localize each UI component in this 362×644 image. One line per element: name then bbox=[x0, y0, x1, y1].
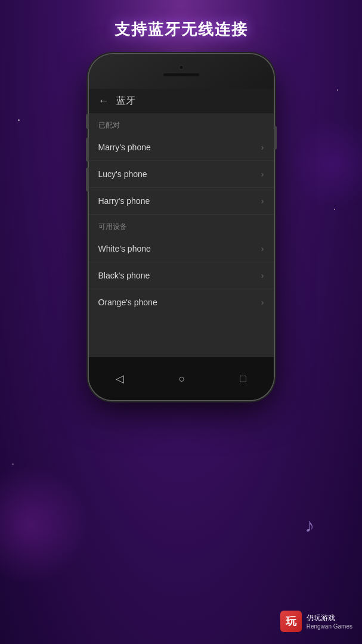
phone-screen: ← 蓝牙 已配对 Marry's phone › Lucy's phone › … bbox=[89, 89, 274, 357]
music-note-decoration: ♪ bbox=[305, 515, 314, 537]
bluetooth-device-lucy[interactable]: Lucy's phone › bbox=[89, 161, 274, 188]
watermark-en-text: Rengwan Games bbox=[307, 623, 352, 630]
nav-home-button[interactable]: ○ bbox=[179, 373, 185, 385]
phone-mockup: ← 蓝牙 已配对 Marry's phone › Lucy's phone › … bbox=[89, 54, 274, 400]
device-name-black: Black's phone bbox=[98, 271, 150, 280]
page-title: 支持蓝牙无线连接 bbox=[115, 19, 248, 40]
sparkle-decoration bbox=[18, 119, 20, 121]
phone-nav-bar: ◁ ○ □ bbox=[89, 357, 274, 400]
bluetooth-device-white[interactable]: White's phone › bbox=[89, 236, 274, 262]
chevron-icon: › bbox=[261, 298, 264, 307]
chevron-icon: › bbox=[261, 271, 264, 280]
speaker-grill bbox=[163, 73, 199, 76]
device-name-marry: Marry's phone bbox=[98, 143, 151, 152]
device-name-orange: Orange's phone bbox=[98, 298, 157, 307]
watermark: 玩 仍玩游戏 Rengwan Games bbox=[280, 611, 352, 632]
side-button-left-mid bbox=[86, 138, 89, 162]
side-button-left-top bbox=[86, 114, 89, 129]
device-name-white: White's phone bbox=[98, 244, 151, 253]
device-name-lucy: Lucy's phone bbox=[98, 169, 147, 179]
back-button[interactable]: ← bbox=[98, 95, 109, 107]
watermark-text-block: 仍玩游戏 Rengwan Games bbox=[307, 613, 352, 630]
screen-title: 蓝牙 bbox=[116, 95, 135, 107]
side-button-right bbox=[274, 126, 277, 150]
screen-content: 已配对 Marry's phone › Lucy's phone › Harry… bbox=[89, 113, 274, 357]
front-camera bbox=[179, 65, 184, 70]
bluetooth-device-marry[interactable]: Marry's phone › bbox=[89, 134, 274, 161]
watermark-logo: 玩 bbox=[280, 611, 302, 632]
chevron-icon: › bbox=[261, 196, 264, 206]
side-button-left-bot bbox=[86, 168, 89, 191]
sparkle-decoration bbox=[334, 209, 335, 210]
available-section-header: 可用设备 bbox=[89, 215, 274, 236]
device-name-harry: Harry's phone bbox=[98, 196, 150, 206]
screen-header: ← 蓝牙 bbox=[89, 89, 274, 113]
bluetooth-device-harry[interactable]: Harry's phone › bbox=[89, 188, 274, 215]
sparkle-decoration bbox=[337, 89, 338, 91]
paired-section-header: 已配对 bbox=[89, 113, 274, 134]
nav-recent-button[interactable]: □ bbox=[240, 373, 246, 385]
glow-decoration bbox=[0, 465, 89, 584]
watermark-cn-text: 仍玩游戏 bbox=[307, 613, 352, 623]
chevron-icon: › bbox=[261, 143, 264, 152]
chevron-icon: › bbox=[261, 169, 264, 179]
glow-decoration bbox=[290, 119, 362, 209]
chevron-icon: › bbox=[261, 244, 264, 253]
bluetooth-device-black[interactable]: Black's phone › bbox=[89, 262, 274, 289]
bluetooth-device-orange[interactable]: Orange's phone › bbox=[89, 289, 274, 315]
nav-back-button[interactable]: ◁ bbox=[116, 372, 124, 385]
sparkle-decoration bbox=[12, 463, 14, 465]
phone-top-bezel bbox=[89, 54, 274, 89]
